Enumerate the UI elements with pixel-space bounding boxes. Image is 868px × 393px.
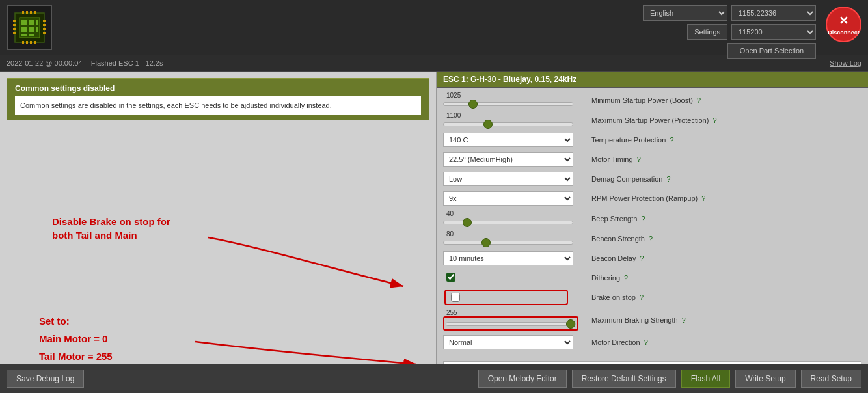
rpm-label: RPM Power Protection (Rampup) ? bbox=[586, 195, 861, 202]
settings-button[interactable]: Settings bbox=[687, 24, 727, 40]
max-startup-slider[interactable] bbox=[443, 122, 573, 126]
setting-min-startup: 1025 Minimum Startup Power (Boost) ? bbox=[443, 92, 861, 108]
open-melody-button[interactable]: Open Melody Editor bbox=[478, 370, 567, 388]
beep-help[interactable]: ? bbox=[641, 215, 645, 223]
max-startup-value: 1100 bbox=[446, 112, 586, 119]
temp-control: 140 C120 C160 C bbox=[443, 133, 586, 147]
direction-help[interactable]: ? bbox=[644, 338, 648, 346]
braking-highlight-box bbox=[443, 316, 578, 331]
left-panel: Common settings disabled Common settings… bbox=[0, 72, 436, 364]
min-startup-help[interactable]: ? bbox=[697, 96, 701, 104]
svg-rect-15 bbox=[43, 24, 46, 26]
rpm-select[interactable]: 9x1x3x bbox=[443, 191, 573, 206]
beacon-strength-value: 80 bbox=[446, 230, 586, 237]
demag-help[interactable]: ? bbox=[667, 175, 671, 183]
svg-rect-14 bbox=[43, 20, 46, 22]
settings-row: Settings 115200 bbox=[687, 24, 816, 40]
direction-control: NormalReversedBidirectional bbox=[443, 335, 586, 349]
disconnect-label: Disconnect bbox=[828, 29, 860, 36]
beacon-delay-select[interactable]: 10 minutes5 minutes2 minutes bbox=[443, 251, 573, 265]
braking-label: Maximum Braking Strength ? bbox=[586, 316, 861, 324]
svg-rect-20 bbox=[30, 11, 32, 14]
port-select[interactable]: 1155:22336 bbox=[731, 5, 816, 21]
header-controls: English 1155:22336 Settings 115200 Open … bbox=[643, 5, 816, 59]
setting-rpm: 9x1x3x RPM Power Protection (Rampup) ? bbox=[443, 191, 861, 206]
svg-rect-25 bbox=[34, 41, 36, 44]
svg-rect-6 bbox=[29, 27, 34, 32]
max-startup-help[interactable]: ? bbox=[712, 116, 716, 124]
dithering-control bbox=[443, 273, 586, 284]
beacon-delay-label: Beacon Delay ? bbox=[586, 254, 861, 262]
rpm-help[interactable]: ? bbox=[701, 195, 705, 202]
temp-label: Temperature Protection ? bbox=[586, 136, 861, 144]
svg-rect-4 bbox=[36, 20, 38, 25]
setting-dithering: Dithering ? bbox=[443, 270, 861, 286]
save-debug-button[interactable]: Save Debug Log bbox=[7, 370, 84, 388]
svg-rect-3 bbox=[29, 20, 34, 25]
beacon-strength-slider[interactable] bbox=[443, 241, 573, 245]
beep-control: 40 bbox=[443, 210, 586, 226]
svg-rect-12 bbox=[13, 28, 16, 30]
svg-rect-10 bbox=[13, 20, 16, 22]
setting-direction: NormalReversedBidirectional Motor Direct… bbox=[443, 334, 861, 350]
direction-select[interactable]: NormalReversedBidirectional bbox=[443, 335, 573, 349]
dithering-help[interactable]: ? bbox=[624, 274, 628, 282]
beacon-strength-label: Beacon Strength ? bbox=[586, 235, 861, 243]
warning-text: Common settings are disabled in the sett… bbox=[15, 96, 421, 115]
beep-slider[interactable] bbox=[443, 221, 573, 224]
braking-value: 255 bbox=[446, 309, 586, 316]
baud-select[interactable]: 115200 bbox=[731, 24, 816, 40]
esc-header: ESC 1: G-H-30 - Bluejay, 0.15, 24kHz bbox=[437, 72, 868, 88]
flash-all-button[interactable]: Flash All bbox=[681, 370, 730, 388]
svg-rect-19 bbox=[26, 11, 28, 14]
svg-rect-7 bbox=[36, 27, 38, 32]
open-port-button[interactable]: Open Port Selection bbox=[727, 43, 816, 59]
brake-help[interactable]: ? bbox=[640, 293, 644, 301]
setting-temp: 140 C120 C160 C Temperature Protection ? bbox=[443, 132, 861, 148]
svg-rect-17 bbox=[43, 32, 46, 34]
svg-rect-2 bbox=[21, 20, 27, 25]
beacon-strength-help[interactable]: ? bbox=[649, 235, 653, 243]
language-row: English 1155:22336 bbox=[643, 5, 816, 21]
braking-slider[interactable] bbox=[446, 322, 576, 326]
dithering-checkbox[interactable] bbox=[446, 273, 455, 282]
svg-rect-5 bbox=[21, 27, 27, 32]
esc-settings: 1025 Minimum Startup Power (Boost) ? 110… bbox=[437, 88, 868, 358]
brake-label: Brake on stop ? bbox=[586, 293, 861, 301]
disconnect-button[interactable]: ✕ Disconnect bbox=[826, 7, 861, 42]
flash-firmware-button[interactable]: Flash Firmware bbox=[443, 361, 861, 364]
port-row: Open Port Selection bbox=[727, 43, 816, 59]
logo bbox=[7, 5, 52, 50]
temp-help[interactable]: ? bbox=[670, 136, 673, 144]
annotation-set: Set to: Main Motor = 0 Tail Motor = 255 bbox=[39, 312, 113, 365]
setting-beep: 40 Beep Strength ? bbox=[443, 210, 861, 226]
temp-select[interactable]: 140 C120 C160 C bbox=[443, 133, 573, 147]
language-select[interactable]: English bbox=[643, 5, 727, 21]
svg-rect-23 bbox=[26, 41, 28, 44]
beacon-delay-help[interactable]: ? bbox=[640, 254, 644, 262]
svg-rect-18 bbox=[22, 11, 24, 14]
rpm-control: 9x1x3x bbox=[443, 191, 586, 206]
header: English 1155:22336 Settings 115200 Open … bbox=[0, 0, 868, 55]
timing-select[interactable]: 22.5° (MediumHigh)15° (Low)30° (High) bbox=[443, 152, 573, 167]
min-startup-control: 1025 bbox=[443, 92, 586, 108]
beacon-delay-control: 10 minutes5 minutes2 minutes bbox=[443, 251, 586, 265]
setting-brake: Brake on stop ? bbox=[443, 290, 861, 305]
braking-help[interactable]: ? bbox=[682, 316, 686, 324]
restore-default-button[interactable]: Restore Default Settings bbox=[572, 370, 676, 388]
annotation-brake: Disable Brake on stop for both Tail and … bbox=[52, 215, 170, 242]
timing-help[interactable]: ? bbox=[637, 156, 641, 163]
timing-control: 22.5° (MediumHigh)15° (Low)30° (High) bbox=[443, 152, 586, 167]
annotation-set-text: Set to: Main Motor = 0 Tail Motor = 255 bbox=[39, 312, 113, 365]
read-setup-button[interactable]: Read Setup bbox=[801, 370, 861, 388]
min-startup-value: 1025 bbox=[446, 92, 586, 99]
main-content: Common settings disabled Common settings… bbox=[0, 72, 868, 364]
write-setup-button[interactable]: Write Setup bbox=[735, 370, 795, 388]
svg-rect-22 bbox=[22, 41, 24, 44]
dithering-label: Dithering ? bbox=[586, 274, 861, 282]
min-startup-slider[interactable] bbox=[443, 102, 573, 106]
brake-checkbox[interactable] bbox=[451, 293, 460, 302]
bottom-right-buttons: Open Melody Editor Restore Default Setti… bbox=[478, 370, 861, 388]
show-log-link[interactable]: Show Log bbox=[830, 59, 861, 67]
demag-select[interactable]: LowNoneHigh bbox=[443, 172, 573, 186]
